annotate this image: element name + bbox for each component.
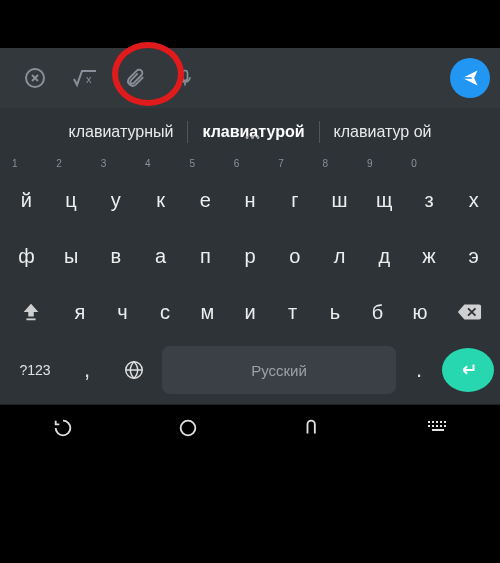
key-row-2: ф ы в а п р о л д ж э (0, 228, 500, 284)
home-circle-icon (177, 417, 199, 439)
nav-keyboard-switch[interactable] (408, 408, 468, 448)
num-hint: 0 (405, 158, 449, 172)
keyboard: 1 2 3 4 5 6 7 8 9 0 й ц у к е н г ш щ з … (0, 156, 500, 404)
svg-rect-11 (428, 425, 430, 427)
key-letter[interactable]: ш (318, 175, 361, 225)
attach-button[interactable] (110, 53, 160, 103)
svg-text:x: x (86, 73, 92, 85)
key-letter[interactable]: т (272, 287, 313, 337)
back-rotate-icon (52, 417, 74, 439)
svg-rect-15 (444, 425, 446, 427)
suggestion-more-dots: ••• (245, 132, 262, 143)
enter-key[interactable] (442, 348, 494, 392)
svg-rect-16 (432, 429, 444, 431)
key-letter[interactable]: с (145, 287, 186, 337)
input-toolbar: x (0, 48, 500, 108)
suggestion-right[interactable]: клавиатур ой (320, 123, 446, 141)
key-letter[interactable]: о (273, 231, 316, 281)
key-row-3: я ч с м и т ь б ю (0, 284, 500, 340)
key-letter[interactable]: з (408, 175, 451, 225)
shift-key[interactable] (5, 287, 58, 337)
backspace-icon (456, 302, 482, 322)
suggestion-left[interactable]: клавиатурный (55, 123, 188, 141)
keyboard-icon (426, 419, 450, 437)
key-letter[interactable]: й (5, 175, 48, 225)
send-icon (460, 68, 480, 88)
suggestion-middle[interactable]: клавиатурой ••• (188, 123, 318, 141)
globe-icon (123, 359, 145, 381)
key-letter[interactable]: ж (408, 231, 451, 281)
number-hint-row: 1 2 3 4 5 6 7 8 9 0 (0, 158, 500, 172)
symbols-key[interactable]: ?123 (6, 346, 64, 394)
android-nav-bar (0, 404, 500, 450)
key-row-1: й ц у к е н г ш щ з х (0, 172, 500, 228)
key-letter[interactable]: м (187, 287, 228, 337)
mic-button[interactable] (160, 53, 210, 103)
sqrt-icon: x (72, 68, 98, 88)
key-letter[interactable]: е (184, 175, 227, 225)
enter-icon (457, 359, 479, 381)
svg-rect-2 (183, 71, 188, 81)
svg-rect-7 (432, 421, 434, 423)
suggestion-bar: клавиатурный клавиатурой ••• клавиатур о… (0, 108, 500, 156)
key-letter[interactable]: р (229, 231, 272, 281)
key-letter[interactable]: б (357, 287, 398, 337)
key-letter[interactable]: н (229, 175, 272, 225)
comma-key[interactable]: , (68, 346, 106, 394)
key-letter[interactable]: ю (400, 287, 441, 337)
paperclip-icon (124, 67, 146, 89)
language-key[interactable] (110, 346, 158, 394)
close-circle-icon (23, 66, 47, 90)
key-letter[interactable]: в (94, 231, 137, 281)
svg-rect-6 (428, 421, 430, 423)
key-letter[interactable]: х (452, 175, 495, 225)
spacebar[interactable]: Русский (162, 346, 396, 394)
key-letter[interactable]: а (139, 231, 182, 281)
nav-home[interactable] (158, 408, 218, 448)
key-letter[interactable]: у (94, 175, 137, 225)
key-letter[interactable]: п (184, 231, 227, 281)
svg-rect-14 (440, 425, 442, 427)
svg-rect-12 (432, 425, 434, 427)
math-button[interactable]: x (60, 53, 110, 103)
key-row-bottom: ?123 , Русский . (0, 340, 500, 404)
num-hint: 1 (6, 158, 50, 172)
nav-recent[interactable] (283, 408, 343, 448)
svg-rect-3 (27, 318, 36, 320)
svg-point-5 (180, 420, 195, 435)
num-hint: 2 (50, 158, 94, 172)
num-hint: 9 (361, 158, 405, 172)
clear-button[interactable] (10, 53, 60, 103)
svg-rect-8 (436, 421, 438, 423)
backspace-key[interactable] (442, 287, 495, 337)
key-letter[interactable]: ц (50, 175, 93, 225)
nav-back[interactable] (33, 408, 93, 448)
num-hint: 3 (95, 158, 139, 172)
mic-icon (175, 67, 195, 89)
key-letter[interactable]: ы (50, 231, 93, 281)
num-hint: 7 (272, 158, 316, 172)
key-letter[interactable]: щ (363, 175, 406, 225)
key-letter[interactable]: л (318, 231, 361, 281)
num-hint: 5 (183, 158, 227, 172)
key-letter[interactable]: д (363, 231, 406, 281)
key-letter[interactable]: ф (5, 231, 48, 281)
send-button[interactable] (450, 58, 490, 98)
num-hint: 8 (317, 158, 361, 172)
svg-rect-10 (444, 421, 446, 423)
svg-rect-13 (436, 425, 438, 427)
num-hint: 4 (139, 158, 183, 172)
num-hint: 6 (228, 158, 272, 172)
key-letter[interactable]: г (273, 175, 316, 225)
key-letter[interactable]: ч (102, 287, 143, 337)
period-key[interactable]: . (400, 346, 438, 394)
recent-icon (302, 417, 324, 439)
key-letter[interactable]: ь (315, 287, 356, 337)
num-hint-blank (450, 158, 494, 172)
svg-rect-9 (440, 421, 442, 423)
key-letter[interactable]: и (230, 287, 271, 337)
status-bar-area (0, 0, 500, 48)
key-letter[interactable]: к (139, 175, 182, 225)
key-letter[interactable]: я (60, 287, 101, 337)
key-letter[interactable]: э (452, 231, 495, 281)
